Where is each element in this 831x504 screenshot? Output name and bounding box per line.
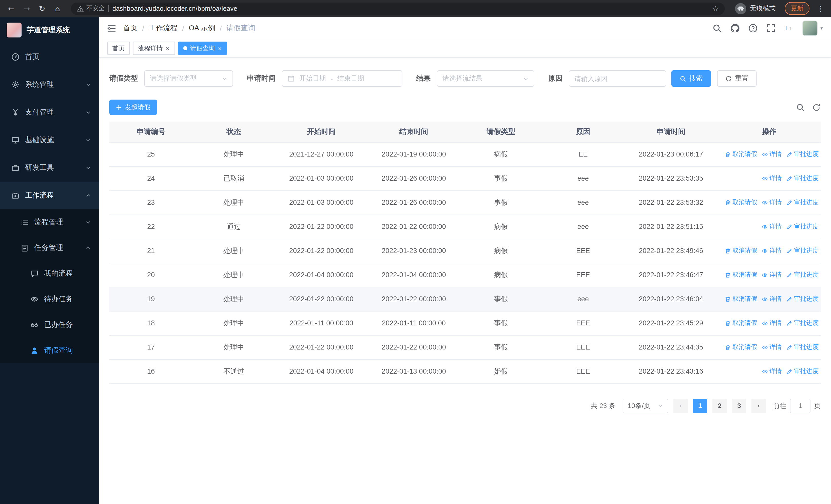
filter-leave-type: 请假类型 请选择请假类型 (109, 70, 233, 87)
breadcrumb-item[interactable]: 首页 (123, 24, 138, 33)
search-icon[interactable] (713, 24, 722, 33)
sidebar-item-my-processes[interactable]: 我的流程 (0, 261, 99, 287)
fullscreen-icon[interactable] (767, 24, 776, 33)
browser-back-button[interactable]: ← (5, 2, 18, 14)
security-warning[interactable]: 不安全 (77, 4, 105, 13)
approval-progress-link[interactable]: 审批进度 (786, 270, 819, 279)
start-date-placeholder[interactable]: 开始日期 (299, 74, 326, 83)
bookmark-star-icon[interactable]: ☆ (712, 4, 719, 12)
approval-progress-link[interactable]: 审批进度 (786, 150, 819, 158)
reset-button[interactable]: 重置 (717, 70, 756, 87)
sidebar-item-workflow[interactable]: 工作流程 (0, 182, 99, 209)
detail-link[interactable]: 详情 (762, 295, 782, 303)
cell-reason: EEE (542, 263, 624, 287)
close-icon[interactable]: × (218, 45, 222, 52)
search-button[interactable]: 搜索 (671, 70, 711, 87)
browser-menu-icon[interactable]: ⋮ (815, 4, 826, 13)
sidebar-item-home[interactable]: 首页 (0, 43, 99, 71)
cancel-leave-link[interactable]: 取消请假 (725, 343, 757, 352)
cell-status: 处理中 (193, 311, 275, 335)
range-separator: - (331, 75, 333, 82)
close-icon[interactable]: × (166, 45, 170, 52)
tab-process-detail[interactable]: 流程详情 × (133, 41, 175, 55)
approval-progress-link[interactable]: 审批进度 (786, 343, 819, 352)
detail-link[interactable]: 详情 (762, 222, 782, 231)
app-logo[interactable]: 芋道管理系统 (0, 17, 99, 43)
action-label: 审批进度 (794, 198, 819, 207)
github-icon[interactable] (730, 24, 740, 33)
result-select[interactable]: 请选择流结果 (437, 70, 534, 87)
column-header: 申请时间 (624, 122, 718, 142)
page-size-select[interactable]: 10条/页 (623, 398, 668, 413)
goto-page-input[interactable] (790, 398, 810, 413)
sidebar-item-pending-tasks[interactable]: 待办任务 (0, 287, 99, 312)
detail-link[interactable]: 详情 (762, 174, 782, 183)
sidebar-item-done-tasks[interactable]: 已办任务 (0, 312, 99, 338)
tab-leave-query[interactable]: 请假查询 × (178, 41, 227, 55)
sidebar-item-task-management[interactable]: 任务管理 (0, 235, 99, 261)
end-date-placeholder[interactable]: 结束日期 (338, 74, 364, 83)
page-button-3[interactable]: 3 (732, 398, 746, 413)
breadcrumb-separator: / (142, 24, 144, 32)
sidebar-fold-icon[interactable] (107, 24, 116, 32)
detail-link[interactable]: 详情 (762, 367, 782, 376)
page-button-2[interactable]: 2 (712, 398, 727, 413)
date-range-picker[interactable]: 开始日期 - 结束日期 (282, 70, 402, 87)
approval-progress-link[interactable]: 审批进度 (786, 319, 819, 327)
sidebar-item-payment[interactable]: 支付管理 (0, 98, 99, 126)
cancel-leave-link[interactable]: 取消请假 (725, 319, 757, 327)
approval-progress-link[interactable]: 审批进度 (786, 295, 819, 303)
leave-type-select[interactable]: 请选择请假类型 (144, 70, 233, 87)
detail-link[interactable]: 详情 (762, 270, 782, 279)
breadcrumb-item[interactable]: OA 示例 (189, 24, 215, 33)
cancel-leave-link[interactable]: 取消请假 (725, 295, 757, 303)
sidebar-item-label: 已办任务 (44, 320, 73, 329)
action-label: 取消请假 (733, 246, 757, 255)
help-icon[interactable] (749, 24, 758, 33)
eye-icon (762, 224, 768, 230)
sidebar-item-process-management[interactable]: 流程管理 (0, 209, 99, 235)
cancel-leave-link[interactable]: 取消请假 (725, 198, 757, 207)
create-leave-button[interactable]: 发起请假 (109, 99, 157, 115)
tab-home[interactable]: 首页 (107, 41, 130, 55)
address-bar[interactable]: 不安全 dashboard.yudao.iocoder.cn/bpm/oa/le… (71, 2, 725, 14)
sidebar-item-dev-tools[interactable]: 研发工具 (0, 154, 99, 182)
active-tab-dot (183, 46, 187, 50)
delete-icon (725, 344, 731, 350)
url-text[interactable]: dashboard.yudao.iocoder.cn/bpm/oa/leave (112, 5, 709, 12)
detail-link[interactable]: 详情 (762, 246, 782, 255)
prev-page-button[interactable]: ‹ (674, 398, 688, 413)
cell-applied: 2022-01-22 23:45:29 (624, 311, 718, 335)
breadcrumb-item[interactable]: 工作流程 (149, 24, 178, 33)
approval-progress-link[interactable]: 审批进度 (786, 222, 819, 231)
browser-home-button[interactable]: ⌂ (51, 2, 64, 14)
detail-link[interactable]: 详情 (762, 150, 782, 158)
approval-progress-link[interactable]: 审批进度 (786, 367, 819, 376)
search-toggle-icon[interactable] (796, 103, 805, 112)
cancel-leave-link[interactable]: 取消请假 (725, 270, 757, 279)
chevron-down-icon (523, 76, 529, 81)
approval-progress-link[interactable]: 审批进度 (786, 198, 819, 207)
detail-link[interactable]: 详情 (762, 198, 782, 207)
cancel-leave-link[interactable]: 取消请假 (725, 246, 757, 255)
sidebar-item-system[interactable]: 系统管理 (0, 71, 99, 98)
browser-forward-button[interactable]: → (21, 2, 33, 14)
page-button-1[interactable]: 1 (693, 398, 707, 413)
browser-update-button[interactable]: 更新 (785, 2, 809, 15)
detail-link[interactable]: 详情 (762, 319, 782, 327)
user-menu[interactable]: ▾ (803, 21, 823, 36)
approval-progress-link[interactable]: 审批进度 (786, 246, 819, 255)
column-header: 操作 (718, 122, 821, 142)
next-page-button[interactable]: › (751, 398, 766, 413)
browser-reload-button[interactable]: ↻ (36, 2, 48, 14)
font-size-icon[interactable]: TT (784, 24, 794, 33)
sidebar-item-leave-query[interactable]: 请假查询 (0, 338, 99, 363)
refresh-table-icon[interactable] (812, 103, 821, 112)
detail-link[interactable]: 详情 (762, 343, 782, 352)
select-placeholder: 请选择请假类型 (150, 74, 197, 83)
reason-input[interactable] (569, 70, 666, 87)
cancel-leave-link[interactable]: 取消请假 (725, 150, 757, 158)
approval-progress-link[interactable]: 审批进度 (786, 174, 819, 183)
cell-actions: 取消请假详情审批进度 (718, 142, 821, 166)
sidebar-item-infrastructure[interactable]: 基础设施 (0, 126, 99, 154)
